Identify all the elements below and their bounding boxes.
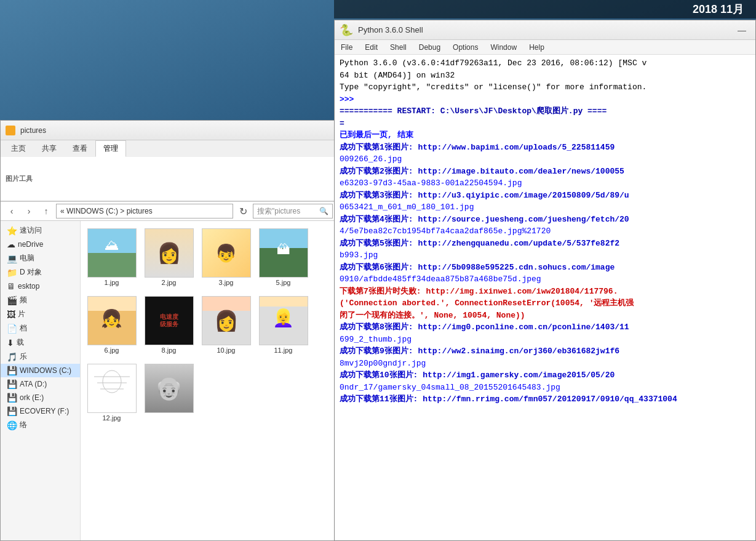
file-item-2[interactable]: 👩 2.jpg [143, 226, 195, 289]
sidebar-item-docs[interactable]: 📄 档 [1, 321, 80, 335]
link-2: http://image.bitauto.com/dealer/news/100… [418, 167, 624, 176]
drive-c-icon: 💾 [7, 366, 17, 375]
menu-edit[interactable]: Edit [359, 40, 384, 54]
file-item-13[interactable]: 👴 [143, 361, 195, 424]
link-10: http://img1.gamersky.com/image2015/05/20 [423, 371, 615, 380]
file-label-8: 8.jpg [162, 347, 177, 354]
drive-e-icon: 💾 [7, 393, 17, 403]
shell-dl-10a: 成功下载第10张图片: http://img1.gamersky.com/ima… [340, 369, 750, 382]
file-label-5: 5.jpg [276, 279, 291, 286]
pictures-icon: 🖼 [7, 310, 15, 319]
menu-options[interactable]: Options [447, 40, 484, 54]
file-item-3[interactable]: 👦 3.jpg [200, 226, 252, 289]
up-button[interactable]: ↑ [39, 204, 54, 218]
shell-dl-1b: 009266_26.jpg [340, 153, 750, 166]
shell-content[interactable]: Python 3.6.0 (v3.6.0:41df79263a11, Dec 2… [335, 55, 755, 540]
file-explorer-main: ⭐ 速访问 ☁ neDrive 💻 电脑 📁 D 对象 🖥 eskto [1, 221, 336, 540]
thumb-6: 👧 [87, 296, 137, 345]
file-label-10: 10.jpg [217, 347, 236, 354]
shell-dl-8a: 成功下载第8张图片: http://img0.pconline.com.cn/p… [340, 321, 750, 334]
sidebar-label: ECOVERY (F:) [20, 407, 69, 415]
top-bar: 2018 11月 [334, 0, 756, 18]
sidebar-item-onedrive[interactable]: ☁ neDrive [1, 238, 80, 251]
address-text: « WINDOWS (C:) > pictures [60, 207, 153, 215]
shell-dl-4b: 4/5e7bea82c7cb1954bf7a4caa2daf865e.jpg%2… [340, 225, 750, 238]
drive-f-icon: 💾 [7, 406, 17, 416]
tab-manage[interactable]: 管理 [95, 140, 126, 157]
shell-dl-5a: 成功下载第5张图片: http://zhengquanedu.com/updat… [340, 238, 750, 250]
thumb-11: 👱‍♀️ [259, 296, 308, 345]
back-button[interactable]: ‹ [4, 204, 19, 218]
menu-window[interactable]: Window [484, 40, 523, 54]
menu-shell[interactable]: Shell [384, 40, 413, 54]
sidebar-label: esktop [18, 282, 39, 291]
file-label-1: 1.jpg [105, 279, 119, 286]
menu-file[interactable]: File [335, 40, 359, 54]
3d-icon: 📁 [7, 268, 17, 278]
sidebar-item-e-drive[interactable]: 💾 ork (E:) [1, 391, 80, 404]
sidebar-label: ATA (D:) [20, 380, 47, 388]
file-label-3: 3.jpg [219, 279, 234, 286]
title-left: 🐍 Python 3.6.0 Shell [340, 23, 423, 37]
shell-dl-2a: 成功下载第2张图片: http://image.bitauto.com/deal… [340, 166, 750, 178]
shell-dl-9a: 成功下载第9张图片: http://ww2.sinaimg.cn/orj360/… [340, 345, 750, 358]
sidebar-item-downloads[interactable]: ⬇ 载 [1, 335, 80, 350]
forward-button[interactable]: › [22, 204, 36, 218]
sidebar-item-video[interactable]: 🎬 频 [1, 293, 80, 307]
sidebar-item-f-drive[interactable]: 💾 ECOVERY (F:) [1, 404, 80, 418]
sidebar-label: 乐 [20, 351, 27, 362]
sidebar-item-c-drive[interactable]: 💾 WINDOWS (C:) [1, 364, 80, 377]
sidebar-item-d-drive[interactable]: 💾 ATA (D:) [1, 377, 80, 391]
link-6: http://5b0988e595225.cdn.sohucs.com/imag… [418, 263, 615, 272]
refresh-button[interactable]: ↻ [236, 204, 250, 218]
file-explorer-title: pictures [20, 126, 46, 135]
sidebar-label: 电脑 [20, 253, 34, 263]
python-shell-menubar: File Edit Shell Debug Options Window Hel… [335, 40, 755, 55]
video-icon: 🎬 [7, 295, 17, 305]
sidebar: ⭐ 速访问 ☁ neDrive 💻 电脑 📁 D 对象 🖥 eskto [1, 221, 81, 540]
tab-home[interactable]: 主页 [3, 140, 34, 157]
folder-icon [6, 126, 15, 135]
search-box[interactable]: 搜索"pictures 🔍 [253, 204, 333, 218]
sidebar-item-desktop[interactable]: 🖥 esktop [1, 279, 80, 293]
menu-help[interactable]: Help [523, 40, 551, 54]
menu-debug[interactable]: Debug [413, 40, 447, 54]
shell-line-3: Type "copyright", "credits" or "license(… [340, 81, 750, 94]
shell-line-1: Python 3.6.0 (v3.6.0:41df79263a11, Dec 2… [340, 57, 750, 70]
clock-display: 2018 11月 [693, 2, 744, 17]
link-4: http://source.juesheng.com/juesheng/fetc… [418, 215, 629, 224]
file-item-5[interactable]: 🏔 5.jpg [257, 226, 309, 289]
tab-view[interactable]: 查看 [65, 140, 95, 157]
thumb-10: 👩 [202, 296, 251, 345]
file-item-10[interactable]: 👩 10.jpg [200, 294, 252, 356]
address-box[interactable]: « WINDOWS (C:) > pictures [56, 204, 233, 218]
shell-dl-6b: 0910/afbdde485ff34deaa875b87a468be75d.jp… [340, 273, 750, 286]
network-icon: 🌐 [7, 420, 17, 430]
shell-finished: 已到最后一页, 结束 [340, 129, 750, 142]
file-item-8[interactable]: 电速度级服务 8.jpg [143, 294, 195, 356]
file-item-6[interactable]: 👧 6.jpg [86, 294, 138, 356]
ribbon-tool-label: 图片工具 [6, 174, 33, 183]
sidebar-item-computer[interactable]: 💻 电脑 [1, 251, 80, 265]
minimize-button[interactable]: — [733, 23, 750, 37]
link-1: http://www.bapimi.com/uploads/5_22581145… [418, 143, 615, 152]
sidebar-item-3dobjects[interactable]: 📁 D 对象 [1, 265, 80, 279]
file-item-1[interactable]: ⛰ 1.jpg [86, 226, 138, 289]
file-label-6: 6.jpg [105, 347, 119, 354]
sidebar-item-music[interactable]: 🎵 乐 [1, 350, 80, 364]
link-3: http://u3.qiyipic.com/image/20150809/5d/… [418, 191, 629, 200]
tab-share[interactable]: 共享 [34, 140, 65, 157]
sidebar-item-network[interactable]: 🌐 络 [1, 418, 80, 432]
sidebar-item-pictures[interactable]: 🖼 片 [1, 307, 80, 321]
thumb-1: ⛰ [87, 228, 137, 278]
music-icon: 🎵 [7, 352, 17, 362]
onedrive-icon: ☁ [7, 239, 15, 249]
shell-dl-7c: 闭了一个现有的连接。', None, 10054, None)) [340, 310, 750, 322]
file-explorer-window: pictures 主页 共享 查看 管理 图片工具 ‹ › ↑ « WINDOW… [0, 120, 337, 541]
file-label-12: 12.jpg [103, 414, 121, 422]
file-item-12[interactable]: 12.jpg [86, 361, 138, 424]
quickaccess-icon: ⭐ [7, 226, 17, 236]
sidebar-label: 片 [18, 309, 25, 319]
file-item-11[interactable]: 👱‍♀️ 11.jpg [257, 294, 309, 356]
sidebar-item-quickaccess[interactable]: ⭐ 速访问 [1, 223, 80, 238]
